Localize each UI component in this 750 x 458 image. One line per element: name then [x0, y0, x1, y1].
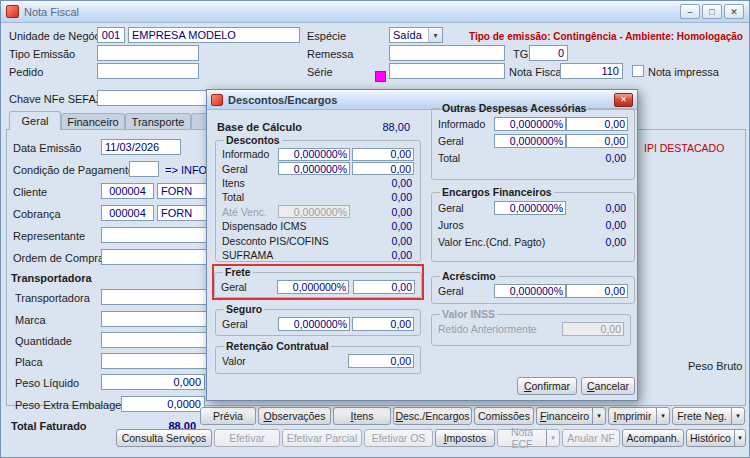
- nota-impressa-checkbox[interactable]: [632, 65, 644, 77]
- chevron-down-icon[interactable]: ▾: [428, 28, 442, 42]
- marca-field[interactable]: [101, 311, 207, 327]
- tipo-emissao-label: Tipo Emissão: [9, 48, 75, 60]
- cond-pagamento-field[interactable]: [129, 161, 159, 177]
- retencao-valor-input[interactable]: [348, 354, 414, 368]
- descontos-itens-value: 0,00: [352, 177, 414, 189]
- peso-extra-field[interactable]: [121, 396, 205, 412]
- base-calculo-label: Base de Cálculo: [217, 121, 302, 133]
- retencao-group-title: Retenção Contratual: [224, 340, 331, 352]
- unidade-label: Unidade de Negócio: [9, 30, 109, 42]
- observacoes-button[interactable]: Observações: [258, 407, 331, 425]
- nota-fiscal-field[interactable]: [560, 63, 623, 79]
- encargos-geral-pct-input[interactable]: [494, 201, 566, 215]
- cancelar-button[interactable]: Cancelar: [581, 377, 635, 395]
- pedido-label: Pedido: [9, 66, 43, 78]
- descontos-geral-value-input[interactable]: [352, 162, 414, 175]
- tipo-emissao-field[interactable]: [97, 45, 199, 61]
- quantidade-field[interactable]: [101, 332, 207, 348]
- outras-geral-pct-input[interactable]: [494, 134, 566, 148]
- outras-despesas-group-title: Outras Despesas Acessórias: [440, 102, 588, 114]
- tab-geral[interactable]: Geral: [9, 111, 61, 130]
- representante-field[interactable]: [101, 227, 207, 243]
- cond-pagamento-label: Condição de Pagamento: [13, 164, 134, 176]
- geral-label: Geral: [222, 163, 278, 175]
- imprimir-button[interactable]: Imprimir▾: [608, 407, 670, 425]
- descontos-informado-value-input[interactable]: [352, 148, 414, 161]
- valor-inss-group: Valor INSS Retido Anteriormente: [431, 308, 631, 346]
- cobranca-code-field[interactable]: [101, 205, 154, 221]
- tab-financeiro[interactable]: Financeiro: [61, 113, 125, 130]
- acrescimo-geral-value-input[interactable]: [566, 284, 628, 298]
- outras-informado-value-input[interactable]: [566, 117, 628, 131]
- nota-fiscal-label: Nota Fiscal: [509, 66, 564, 78]
- chevron-down-icon[interactable]: ▾: [731, 408, 744, 424]
- serie-field[interactable]: [389, 63, 505, 79]
- app-icon: [6, 5, 19, 18]
- tg-field[interactable]: [529, 45, 568, 61]
- tab-transporte[interactable]: Transporte: [125, 113, 191, 130]
- dialog-icon: [211, 94, 223, 106]
- transportadora-field[interactable]: [101, 289, 207, 305]
- descontos-group: Descontos Informado Geral Itens0,00 Tota…: [215, 134, 421, 262]
- confirmar-button[interactable]: Confirmar: [517, 377, 577, 395]
- remessa-field[interactable]: [389, 45, 505, 61]
- unidade-name-field[interactable]: [128, 27, 300, 43]
- chave-label: Chave NFe SEFAZ: [9, 93, 103, 105]
- ate-venc-value: 0,00: [352, 206, 414, 218]
- unidade-code-field[interactable]: [97, 27, 125, 43]
- desc-encargos-button[interactable]: Desc./Encargos: [393, 407, 472, 425]
- ordem-compra-field[interactable]: [101, 249, 207, 265]
- dispensado-icms-value: 0,00: [352, 220, 414, 232]
- cliente-code-field[interactable]: [101, 183, 154, 199]
- informado-label: Informado: [222, 148, 278, 160]
- frete-geral-pct-input[interactable]: [277, 280, 349, 294]
- outras-geral-label: Geral: [438, 135, 494, 147]
- seguro-group: Seguro Geral: [215, 303, 421, 336]
- acrescimo-geral-pct-input[interactable]: [494, 284, 566, 298]
- frete-geral-value-input[interactable]: [353, 280, 415, 294]
- placa-field[interactable]: [101, 353, 207, 369]
- financeiro-button[interactable]: Financeiro▾: [536, 407, 606, 425]
- descontos-total-value: 0,00: [352, 191, 414, 203]
- itens-button[interactable]: Itens: [333, 407, 391, 425]
- ipi-destacado-text: IPI DESTACADO: [644, 142, 724, 154]
- previa-button[interactable]: Prévia: [200, 407, 256, 425]
- outras-total-value: 0,00: [566, 152, 628, 164]
- retido-anteriormente-input: [562, 322, 624, 336]
- comissoes-button[interactable]: Comissões: [474, 407, 534, 425]
- outras-despesas-group: Outras Despesas Acessórias Informado Ger…: [431, 102, 635, 180]
- frete-neg-button[interactable]: Frete Neg.▾: [672, 407, 745, 425]
- tg-label: TG: [513, 48, 528, 60]
- cliente-label: Cliente: [13, 186, 47, 198]
- total-label: Total: [222, 191, 352, 203]
- juros-value: 0,00: [566, 219, 628, 231]
- outras-informado-pct-input[interactable]: [494, 117, 566, 131]
- pedido-field[interactable]: [97, 63, 199, 79]
- seguro-geral-pct-input[interactable]: [278, 317, 350, 331]
- consulta-servicos-button[interactable]: Consulta Serviços: [116, 429, 212, 447]
- dispensado-icms-label: Dispensado ICMS: [222, 220, 352, 232]
- encargos-geral-label: Geral: [438, 202, 494, 214]
- descontos-geral-pct-input[interactable]: [278, 162, 350, 175]
- total-faturado-label: Total Faturado: [11, 420, 87, 432]
- efetivar-button: Efetivar: [214, 429, 280, 447]
- window-title: Nota Fiscal: [24, 6, 79, 18]
- minimize-icon[interactable]: –: [680, 4, 700, 19]
- peso-liquido-field[interactable]: [101, 374, 205, 390]
- seguro-geral-value-input[interactable]: [352, 317, 414, 331]
- nota-impressa-label: Nota impressa: [648, 66, 719, 78]
- chevron-down-icon[interactable]: ▾: [592, 408, 605, 424]
- chevron-down-icon[interactable]: ▾: [656, 408, 669, 424]
- chevron-down-icon[interactable]: ▾: [734, 430, 745, 446]
- historico-button[interactable]: Histórico▾: [686, 429, 746, 447]
- impostos-button[interactable]: Impostos: [435, 429, 495, 447]
- maximize-icon[interactable]: □: [702, 4, 722, 19]
- close-icon[interactable]: ✕: [724, 4, 744, 19]
- data-emissao-field[interactable]: [101, 139, 181, 155]
- outras-geral-value-input[interactable]: [566, 134, 628, 148]
- emissao-info-text: Tipo de emissão: Contingência - Ambiente…: [469, 31, 743, 42]
- acompanh-button[interactable]: Acompanh.: [622, 429, 684, 447]
- transportadora-section-title: Transportadora: [11, 272, 92, 284]
- especie-select[interactable]: Saída ▾: [389, 27, 443, 43]
- descontos-informado-pct-input[interactable]: [278, 148, 350, 161]
